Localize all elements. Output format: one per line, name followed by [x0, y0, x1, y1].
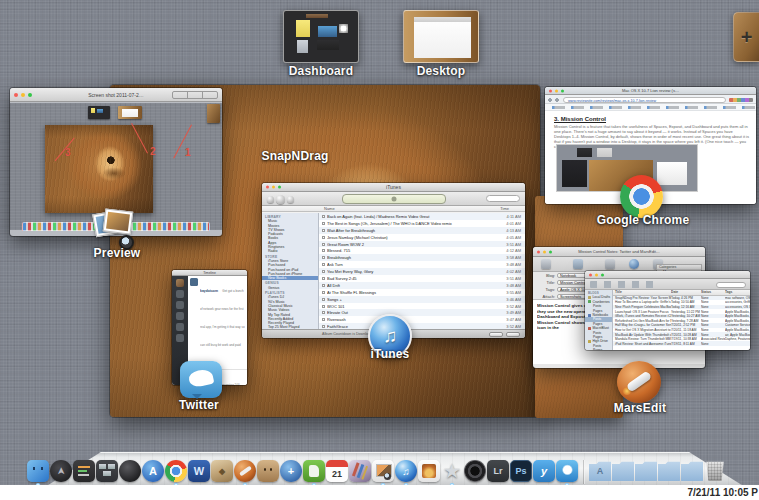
ical-dock-icon[interactable]: 21	[326, 460, 348, 482]
post-row[interactable]: How To Become a Laptop-wife: Griffin's T…	[613, 300, 750, 305]
marsedit-list-titlebar[interactable]	[585, 271, 750, 279]
track-checkbox[interactable]	[322, 311, 325, 314]
track-row[interactable]: All Drift 3:48 AM	[319, 282, 525, 289]
twitter-dock-icon[interactable]	[556, 460, 578, 482]
window-traffic-lights[interactable]	[266, 186, 281, 189]
add-desktop-button[interactable]: +	[733, 12, 759, 62]
track-row[interactable]: Ask Turn 3:48 AM	[319, 261, 525, 268]
messages-icon[interactable]	[176, 312, 184, 320]
track-checkbox[interactable]	[322, 215, 325, 218]
microsoft-word-dock-icon[interactable]: W	[188, 460, 210, 482]
track-checkbox[interactable]	[322, 236, 325, 239]
mentions-icon[interactable]	[176, 301, 184, 309]
track-row[interactable]: Jesus Namkay (Michael Christian) 4:05 AM	[319, 234, 525, 241]
post-row[interactable]: SnapNDrag Pro Review: Your Screen Meh… T…	[613, 296, 750, 301]
status-column-header[interactable]: Status	[701, 290, 725, 295]
window-traffic-lights[interactable]	[589, 273, 604, 276]
marsedit-list-window[interactable]: BLOGSLocal DraftsCranberriesPostsPagesNo…	[585, 271, 750, 350]
pens-app-dock-icon[interactable]	[349, 460, 371, 482]
post-row[interactable]: Nine Plush Penguin Celebrates MacBook… T…	[613, 305, 750, 310]
chrome-extension-icons[interactable]	[729, 98, 753, 102]
itunes-sidebar[interactable]: LIBRARYMusicMoviesTV ShowsPodcastsBooksA…	[262, 213, 319, 329]
candybar-dock-icon[interactable]	[257, 460, 279, 482]
track-checkbox[interactable]	[322, 222, 325, 225]
track-checkbox[interactable]	[322, 229, 325, 232]
google-chrome-dock-icon[interactable]	[165, 460, 187, 482]
trash-dock-icon[interactable]	[704, 460, 726, 482]
name-column-header[interactable]: Name	[324, 206, 335, 211]
tweet-username[interactable]: kaydotcom	[200, 289, 218, 293]
utility-app-dock-icon[interactable]	[73, 460, 95, 482]
sites-stack[interactable]	[681, 460, 703, 482]
post-icon[interactable]	[541, 259, 551, 269]
track-checkbox[interactable]	[322, 298, 325, 301]
previous-icon[interactable]	[267, 196, 274, 203]
aperture-dock-icon[interactable]	[464, 460, 486, 482]
chrome-app-icon[interactable]	[620, 175, 663, 218]
itunes-dock-icon[interactable]: ♫	[395, 460, 417, 482]
chrome-address-bar[interactable]: www.reviewsite.com/reviews/mac-os-x-10-7…	[563, 97, 726, 103]
title-column-header[interactable]: Title	[613, 290, 671, 295]
next-icon[interactable]	[287, 196, 294, 203]
track-row[interactable]: Wait After for Breakthrough 4:13 AM	[319, 227, 525, 234]
finder-dock-icon[interactable]	[27, 460, 49, 482]
media-icon[interactable]	[573, 259, 583, 269]
preview-dock-icon[interactable]	[372, 460, 394, 482]
dark-sphere-app-dock-icon[interactable]	[119, 460, 141, 482]
track-row[interactable]: Elevate Out 3:49 AM	[319, 309, 525, 316]
launchpad-dock-icon[interactable]	[50, 460, 72, 482]
preview-app-icon[interactable]	[92, 208, 138, 250]
play-icon[interactable]	[276, 195, 285, 204]
snapndrag-dock-icon[interactable]: ★	[441, 460, 463, 482]
downloads-stack[interactable]	[635, 460, 657, 482]
chrome-tab-title[interactable]: Mac OS X 10.7 Lion review (s…	[622, 88, 679, 93]
mission-control-dock-icon[interactable]	[96, 460, 118, 482]
marsedit-dock-icon[interactable]	[234, 460, 256, 482]
dock[interactable]: A W ◆ +	[27, 456, 726, 482]
marsedit-list-toolbar[interactable]	[585, 279, 750, 290]
home-icon[interactable]	[176, 290, 184, 298]
time-column-header[interactable]: Time	[500, 206, 509, 211]
tags-column-header[interactable]: Tags	[725, 290, 750, 295]
track-row[interactable]: Riverwash 3:47 AM	[319, 316, 525, 323]
blog-sidebar-item[interactable]: MacritBlust	[585, 326, 612, 330]
sidebar-item[interactable]: New Books	[262, 276, 318, 280]
back-forward-icons[interactable]	[548, 98, 561, 102]
post-row[interactable]: Launchpad: OS X Lion Feature Focus Yeste…	[613, 309, 750, 314]
post-row[interactable]: Mandala Review: Turn Thunderbolt MBPs… 7…	[613, 337, 750, 342]
track-checkbox[interactable]	[322, 243, 325, 246]
article-heading[interactable]: 3. Mission Control	[554, 116, 746, 122]
itunes-search-field[interactable]	[486, 195, 520, 202]
track-checkbox[interactable]	[322, 318, 325, 321]
lightroom-dock-icon[interactable]: Lr	[487, 460, 509, 482]
search-icon[interactable]	[176, 334, 184, 342]
avatar[interactable]	[176, 279, 184, 287]
utilities-stack[interactable]	[658, 460, 680, 482]
lists-icon[interactable]	[176, 323, 184, 331]
marsedit-blogs-sidebar[interactable]: BLOGSLocal DraftsCranberriesPostsPagesNo…	[585, 290, 613, 350]
itunes-column-headers[interactable]: Name Time	[262, 206, 525, 212]
dock-separator[interactable]	[579, 460, 588, 482]
tweet-cell[interactable]: kaydotcom Get got a bunch of network gea…	[188, 276, 247, 370]
documents-stack[interactable]	[612, 460, 634, 482]
track-row[interactable]: Blessed. 715 4:12 AM	[319, 247, 525, 254]
applications-stack[interactable]: A	[589, 460, 611, 482]
track-row[interactable]: At The Shuffle FL Blessings 3:55 AM	[319, 289, 525, 296]
photoshop-dock-icon[interactable]: Ps	[510, 460, 532, 482]
track-row[interactable]: Great Room WOW 2 3:51 AM	[319, 241, 525, 248]
chrome-bookmarks-bar[interactable]	[545, 104, 756, 111]
track-checkbox[interactable]	[322, 270, 325, 273]
post-row[interactable]: Refurbished 1st-Gen MacBook Airs for $6……	[613, 318, 750, 323]
track-checkbox[interactable]	[322, 249, 325, 252]
track-row[interactable]: Back on Again (feat. Linda) / Madness Re…	[319, 213, 525, 220]
sidebar-item[interactable]: Genius	[262, 286, 318, 290]
track-checkbox[interactable]	[322, 263, 325, 266]
dashboard-space-thumbnail[interactable]	[283, 10, 359, 63]
post-row[interactable]: iWork, iTunes and Remotes Receive iCla… …	[613, 314, 750, 319]
preview-titlebar[interactable]: Screen shot 2011-07-2…	[10, 88, 222, 102]
playback-controls[interactable]	[267, 195, 294, 204]
marsedit-app-icon[interactable]	[617, 361, 661, 403]
marsedit-editor-titlebar[interactable]: Mission Control Notes: Twitter and MarsE…	[533, 247, 705, 257]
desktop-space-thumbnail[interactable]	[403, 10, 479, 63]
itunes-status-button[interactable]	[506, 332, 520, 337]
